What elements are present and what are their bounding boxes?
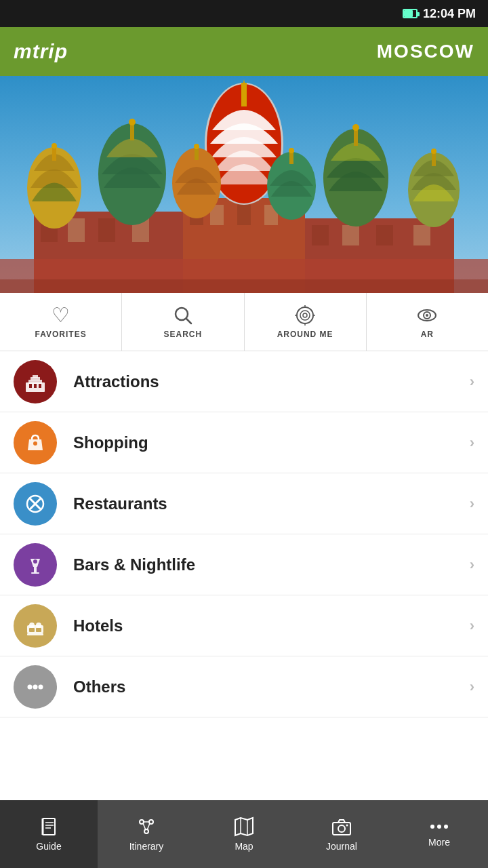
nav-itinerary[interactable]: Itinerary <box>98 800 195 868</box>
svg-rect-56 <box>29 384 32 388</box>
bottom-nav: Guide Itinerary Map Journal <box>0 800 488 868</box>
svg-rect-36 <box>289 152 293 164</box>
bars-icon <box>24 553 47 576</box>
svg-rect-21 <box>130 123 134 140</box>
svg-rect-12 <box>312 225 329 245</box>
svg-rect-65 <box>31 572 39 574</box>
restaurants-icon <box>24 492 47 515</box>
svg-point-34 <box>194 144 199 149</box>
hotels-icon <box>24 614 47 637</box>
status-time: 12:04 PM <box>423 7 476 21</box>
status-bar: 12:04 PM <box>0 0 488 27</box>
camera-icon <box>331 816 352 837</box>
book-icon <box>39 816 59 837</box>
svg-point-42 <box>297 307 313 323</box>
ar-button[interactable]: AR <box>367 293 488 351</box>
city-name: MOSCOW <box>377 41 474 62</box>
nav-map-label: Map <box>235 841 253 852</box>
svg-point-43 <box>300 311 310 320</box>
svg-point-94 <box>437 825 441 829</box>
favorites-button[interactable]: ♡ FAVORITES <box>0 293 122 351</box>
svg-point-44 <box>303 313 307 317</box>
svg-rect-8 <box>68 218 85 242</box>
restaurants-item[interactable]: Restaurants › <box>0 473 488 534</box>
svg-point-51 <box>426 314 428 317</box>
svg-rect-27 <box>52 147 56 161</box>
attractions-icon <box>24 370 47 393</box>
svg-rect-9 <box>98 218 115 242</box>
svg-point-74 <box>33 684 38 689</box>
svg-point-28 <box>52 143 57 149</box>
category-list: Attractions › $ Shopping › Restaurants › <box>0 351 488 717</box>
svg-rect-39 <box>0 279 488 293</box>
others-icon-circle <box>14 665 57 709</box>
shopping-item[interactable]: $ Shopping › <box>0 412 488 473</box>
others-label: Others <box>73 677 470 696</box>
svg-point-95 <box>444 825 448 829</box>
svg-point-83 <box>144 829 148 833</box>
attractions-chevron: › <box>470 373 474 391</box>
svg-rect-4 <box>237 205 251 225</box>
bars-item[interactable]: Bars & Nightlife › <box>0 534 488 595</box>
bars-icon-circle <box>14 543 57 587</box>
attractions-label: Attractions <box>73 372 470 391</box>
svg-point-37 <box>289 148 294 153</box>
shopping-chevron: › <box>470 434 474 452</box>
bars-label: Bars & Nightlife <box>73 555 470 574</box>
nav-journal[interactable]: Journal <box>293 800 390 868</box>
shopping-icon: $ <box>24 431 47 454</box>
around-me-button[interactable]: AROUND ME <box>245 293 367 351</box>
svg-rect-15 <box>413 225 430 245</box>
svg-point-71 <box>36 623 41 628</box>
svg-rect-55 <box>33 375 38 378</box>
restaurants-label: Restaurants <box>73 494 470 513</box>
hero-image <box>0 76 488 293</box>
svg-rect-30 <box>432 153 436 166</box>
radar-icon <box>295 305 315 326</box>
app-logo: mtrip <box>14 40 68 63</box>
svg-point-92 <box>346 825 348 827</box>
svg-point-75 <box>39 684 43 689</box>
others-item[interactable]: Others › <box>0 656 488 717</box>
svg-rect-69 <box>36 628 41 632</box>
svg-marker-87 <box>235 818 253 835</box>
svg-text:$: $ <box>34 441 36 446</box>
svg-point-70 <box>29 623 35 628</box>
svg-rect-24 <box>354 129 358 146</box>
svg-rect-68 <box>29 628 35 632</box>
svg-rect-58 <box>39 384 41 388</box>
hotels-chevron: › <box>470 617 474 635</box>
svg-rect-72 <box>27 633 43 635</box>
nav-more[interactable]: More <box>390 800 488 868</box>
svg-line-86 <box>147 823 150 830</box>
search-button[interactable]: SEARCH <box>122 293 244 351</box>
around-me-label: AROUND ME <box>277 330 333 339</box>
attractions-icon-circle <box>14 360 57 403</box>
nav-guide-label: Guide <box>36 841 61 852</box>
heart-icon: ♡ <box>52 305 70 326</box>
hotels-item[interactable]: Hotels › <box>0 595 488 656</box>
others-chevron: › <box>470 678 474 696</box>
svg-rect-33 <box>195 148 199 160</box>
search-label: SEARCH <box>164 330 203 339</box>
map-icon <box>234 816 254 837</box>
nav-guide[interactable]: Guide <box>0 800 98 868</box>
nav-itinerary-label: Itinerary <box>129 841 164 852</box>
attractions-item[interactable]: Attractions › <box>0 351 488 412</box>
search-icon <box>173 305 193 326</box>
svg-point-73 <box>28 684 33 689</box>
hotels-icon-circle <box>14 604 57 648</box>
nav-journal-label: Journal <box>326 841 357 852</box>
eye-icon <box>417 305 437 326</box>
bars-chevron: › <box>470 556 474 574</box>
svg-point-93 <box>430 825 434 829</box>
itinerary-icon <box>136 816 157 837</box>
others-icon <box>24 675 47 698</box>
svg-rect-90 <box>333 823 350 835</box>
svg-point-91 <box>338 825 345 832</box>
more-dots-icon <box>429 821 449 833</box>
quick-actions-bar: ♡ FAVORITES SEARCH AROUND ME AR <box>0 293 488 351</box>
svg-rect-14 <box>376 225 393 245</box>
nav-map[interactable]: Map <box>195 800 293 868</box>
hotels-label: Hotels <box>73 616 470 635</box>
